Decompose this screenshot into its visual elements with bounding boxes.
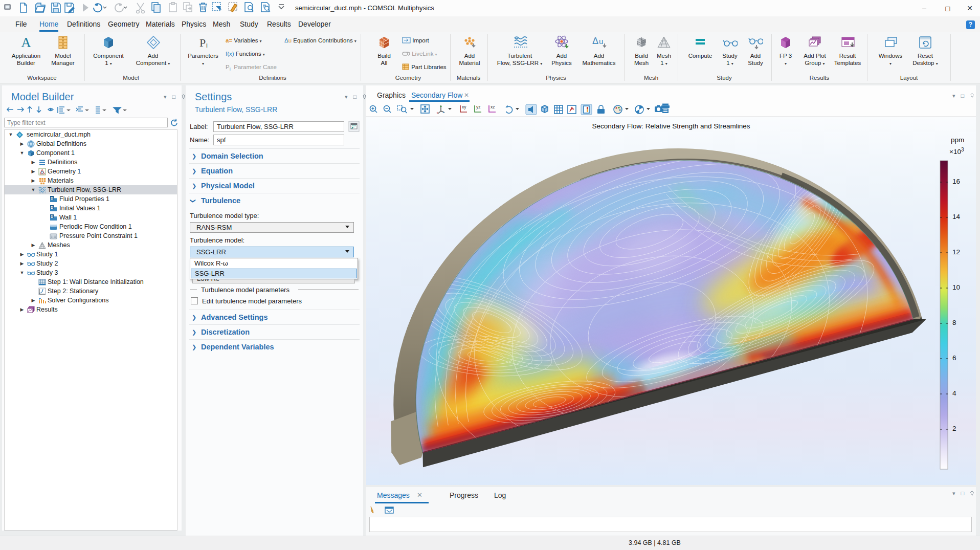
svg-text:6: 6 <box>952 354 956 362</box>
svg-text:14: 14 <box>952 213 961 221</box>
svg-text:4: 4 <box>952 389 956 397</box>
svg-text:8: 8 <box>952 319 956 326</box>
svg-text:10: 10 <box>952 283 960 291</box>
svg-text:A: A <box>21 35 31 50</box>
svg-text:P: P <box>199 36 206 49</box>
svg-text:i: i <box>206 41 208 49</box>
svg-text:×10: ×10 <box>949 148 961 156</box>
svg-text:u: u <box>599 37 603 46</box>
svg-text:Δ: Δ <box>592 36 598 46</box>
svg-text:12: 12 <box>952 248 960 256</box>
svg-text:2: 2 <box>952 425 956 432</box>
svg-text:yz: yz <box>476 104 481 109</box>
svg-text:3: 3 <box>961 147 964 152</box>
svg-text:xz: xz <box>491 104 495 109</box>
svg-text:16: 16 <box>952 178 960 185</box>
svg-text:D: D <box>51 214 53 218</box>
svg-text:D: D <box>51 196 53 200</box>
svg-text:ppm: ppm <box>951 136 964 144</box>
svg-text:xy: xy <box>462 104 466 109</box>
svg-text:D: D <box>51 205 53 209</box>
